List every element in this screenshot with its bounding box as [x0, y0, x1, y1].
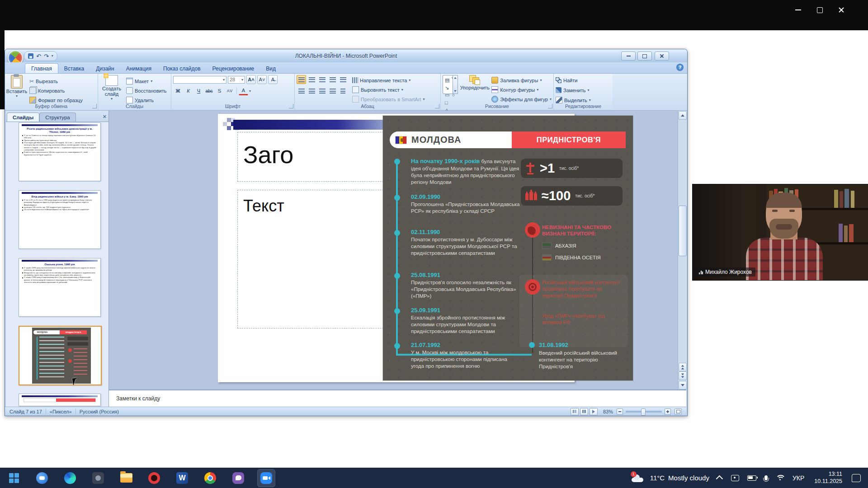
qat-dropdown-icon[interactable]: ▾ [52, 54, 53, 58]
fit-to-window-button[interactable] [675, 408, 682, 415]
find-button[interactable]: Найти [556, 76, 611, 84]
tab-review[interactable]: Рецензирование [207, 64, 260, 73]
shapes-gallery[interactable]: ▤ ╲ ↘ ▭ ○ □ △ ∟ ⌐ ⇨ ⇩ ◇ [443, 75, 458, 94]
zoom-slider-thumb[interactable] [641, 408, 646, 416]
caret-down-icon[interactable]: ▾ [249, 89, 251, 93]
font-size-input[interactable]: 28▾ [228, 76, 245, 84]
clear-formatting-button[interactable]: A̶ [268, 75, 278, 84]
text-shadow-button[interactable]: S [215, 86, 224, 95]
language-indicator[interactable]: Русский (Россия) [80, 409, 119, 414]
align-text-button[interactable]: Выровнять текст▾ [352, 85, 425, 94]
slideshow-button[interactable] [590, 408, 598, 415]
start-button[interactable] [5, 469, 23, 487]
ppt-close-button[interactable] [655, 52, 669, 61]
bold-button[interactable]: Ж [173, 86, 183, 95]
taskbar-clock[interactable]: 13:11 10.11.2025 [814, 471, 842, 485]
strikethrough-button[interactable]: abc [204, 86, 214, 95]
columns-button[interactable] [338, 86, 348, 95]
ppt-minimize-button[interactable] [621, 52, 636, 61]
tray-wifi[interactable] [776, 475, 784, 481]
notes-pane[interactable]: Заметки к слайду [109, 389, 686, 407]
previous-slide-button[interactable] [679, 363, 687, 371]
window-minimize-button[interactable] [788, 1, 808, 19]
paragraph-dialog-launcher[interactable] [435, 104, 439, 108]
tray-expand-chevron[interactable] [718, 475, 723, 480]
taskbar-app-gray[interactable] [89, 469, 107, 487]
infographic-image[interactable]: МОЛДОВА ПРИДНІСТРОВ'Я На початку 1990-х … [383, 116, 633, 380]
taskbar-edge[interactable] [61, 469, 79, 487]
align-center-button[interactable] [307, 86, 316, 95]
scrollbar-thumb[interactable] [679, 206, 687, 256]
help-icon[interactable]: ? [676, 64, 684, 71]
new-slide-button[interactable]: Создать слайд ▾ [100, 75, 123, 104]
tab-home[interactable]: Главная [25, 63, 58, 73]
taskbar-viber[interactable] [229, 469, 247, 487]
layout-button[interactable]: Макет▾ [126, 77, 166, 85]
font-dialog-launcher[interactable] [289, 104, 293, 108]
decrease-indent-button[interactable] [317, 75, 327, 84]
reset-button[interactable]: Восстановить [126, 86, 166, 95]
smartart-button[interactable]: Преобразовать в SmartArt▾ [352, 95, 425, 103]
copy-button[interactable]: Копировать [29, 86, 83, 95]
weather-temperature[interactable]: 11°C [650, 474, 665, 482]
slide-thumbnail-8[interactable]: 8 [19, 394, 101, 406]
notification-center-button[interactable] [852, 474, 861, 482]
grow-font-button[interactable]: A˄ [246, 75, 256, 84]
shapes-scrollbar[interactable] [453, 75, 458, 94]
tab-insert[interactable]: Вставка [58, 64, 90, 73]
shape-effects-button[interactable]: Эффекты для фигур▾ [491, 95, 552, 103]
justify-button[interactable] [328, 86, 337, 95]
slide-thumbnail-4[interactable]: 4 Розгін радянськими військами демонстра… [19, 122, 101, 181]
participant-video[interactable]: Михайло Жирохов [693, 184, 868, 280]
save-icon[interactable] [28, 53, 33, 59]
window-close-button[interactable] [831, 1, 852, 19]
slide-thumbnail-7-selected[interactable]: 7 МОЛДОВА ПРИДНІСТРОВ'Я [19, 326, 102, 385]
keyboard-language[interactable]: УКР [793, 474, 804, 482]
next-slide-button[interactable] [679, 371, 687, 380]
zoom-in-button[interactable] [665, 408, 671, 415]
tray-cast-indicator[interactable] [731, 475, 739, 481]
numbering-button[interactable] [307, 75, 316, 84]
weather-widget[interactable]: 1 [631, 474, 644, 482]
editing-scrollbar[interactable] [678, 111, 687, 389]
text-direction-button[interactable]: Направление текста▾ [352, 76, 425, 84]
scroll-down-button[interactable] [679, 381, 687, 389]
arrange-button[interactable]: Упорядочить [461, 75, 489, 103]
taskbar-zoom-active[interactable] [257, 469, 275, 487]
align-left-button[interactable] [297, 86, 306, 95]
shape-fill-button[interactable]: Заливка фигуры▾ [491, 76, 552, 84]
redo-button[interactable]: ↷ [44, 53, 49, 59]
slide-thumbnail-5[interactable]: 5 Вхід радянських військ у м. Баку, 1990… [19, 190, 101, 249]
italic-button[interactable]: К [184, 86, 193, 95]
tab-design[interactable]: Дизайн [90, 64, 120, 73]
shape-outline-button[interactable]: Контур фигуры▾ [491, 85, 552, 94]
slide-canvas[interactable]: Заго Текст МОЛДОВА ПРИДНІСТРОВ'Я На поча… [218, 114, 575, 382]
taskbar-opera[interactable] [145, 469, 163, 487]
panel-close-icon[interactable]: ✕ [103, 114, 107, 120]
window-restore-button[interactable] [809, 1, 830, 19]
clipboard-dialog-launcher[interactable] [92, 104, 97, 108]
align-right-button[interactable] [317, 86, 327, 95]
drawing-dialog-launcher[interactable] [548, 104, 552, 108]
paste-button[interactable]: Вставить ▾ [7, 75, 27, 104]
slide-sorter-button[interactable] [580, 408, 588, 415]
tab-slideshow[interactable]: Показ слайдов [157, 64, 207, 73]
increase-indent-button[interactable] [328, 75, 337, 84]
tray-microphone[interactable] [764, 475, 768, 480]
cut-button[interactable]: ✂Вырезать [29, 77, 83, 85]
taskbar-file-explorer[interactable] [117, 469, 135, 487]
weather-description[interactable]: Mostly cloudy [668, 474, 709, 482]
bullets-button[interactable] [297, 75, 306, 84]
underline-button[interactable]: Ч [194, 86, 203, 95]
taskbar-chat-app[interactable] [33, 469, 51, 487]
shrink-font-button[interactable]: A˅ [257, 75, 267, 84]
normal-view-button[interactable] [571, 408, 579, 415]
tab-animation[interactable]: Анимация [120, 64, 157, 73]
taskbar-chrome[interactable] [201, 469, 219, 487]
line-spacing-button[interactable] [338, 75, 348, 84]
scroll-up-button[interactable] [679, 111, 687, 120]
font-color-button[interactable]: А [239, 87, 248, 95]
taskbar-word[interactable]: W [173, 469, 191, 487]
ppt-maximize-button[interactable] [637, 52, 652, 61]
zoom-slider[interactable] [626, 411, 662, 413]
